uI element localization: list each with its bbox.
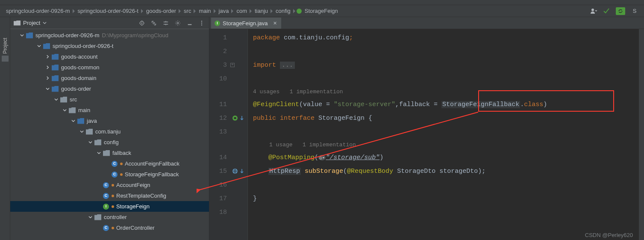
folder-icon <box>60 97 67 103</box>
code-editor[interactable]: 1 2 3+ 10 11 12 13 14 15 16 17 18 <box>209 29 644 240</box>
tree-row[interactable]: CStorageFeignFallback <box>10 169 209 180</box>
tree-row[interactable]: springcloud-order-0926-t <box>10 41 209 51</box>
bc-item[interactable]: tianju <box>253 8 270 14</box>
tree-label: controller <box>104 214 126 220</box>
folded-code[interactable]: ... <box>280 62 295 69</box>
tree-row[interactable]: com.tianju <box>10 126 209 137</box>
chevron-down-icon[interactable] <box>70 118 76 124</box>
tree-row[interactable]: CAccountFeign <box>10 180 209 190</box>
chevron-down-icon[interactable] <box>62 107 68 113</box>
bc-item[interactable]: src <box>182 8 193 14</box>
chevron-right-icon <box>271 9 273 13</box>
package-icon <box>103 150 110 156</box>
breadcrumb: springcloud-order-0926-m springcloud-ord… <box>0 5 644 17</box>
tree-row[interactable]: CAccountFeignFallback <box>10 158 209 169</box>
code-body[interactable]: package com.tianju.config; import ... 4 … <box>248 29 644 240</box>
fold-icon[interactable]: + <box>230 63 235 67</box>
project-tool-rail[interactable]: Project <box>0 17 10 240</box>
interface-icon: I <box>103 204 109 210</box>
tree-row[interactable]: java <box>10 116 209 126</box>
tree-label: java <box>87 118 97 124</box>
modified-dot-icon <box>112 195 114 197</box>
project-tree[interactable]: springcloud-order-0926-m D:\Myprogram\sp… <box>10 29 209 240</box>
tree-row[interactable]: CRestTemplateConfig <box>10 190 209 201</box>
tree-row[interactable]: goods-common <box>10 62 209 73</box>
bc-item[interactable]: config <box>274 8 292 14</box>
expand-icon[interactable] <box>150 19 158 27</box>
tree-row[interactable]: src <box>10 94 209 105</box>
module-icon <box>52 75 59 81</box>
tree-label: config <box>104 139 119 145</box>
package-icon <box>86 129 93 135</box>
tree-row[interactable]: main <box>10 105 209 116</box>
class-icon: C <box>103 193 109 199</box>
chevron-right-icon[interactable] <box>44 65 50 71</box>
modified-dot-icon <box>120 163 123 165</box>
chevron-down-icon[interactable] <box>44 86 50 92</box>
user-dropdown-icon[interactable] <box>590 8 597 15</box>
tree-label: StorageFeign <box>116 203 150 210</box>
bc-item[interactable]: java <box>217 8 231 14</box>
target-icon[interactable] <box>138 19 146 27</box>
chevron-right-icon <box>141 9 144 13</box>
gear-icon[interactable] <box>174 19 182 27</box>
tree-row[interactable]: config <box>10 137 209 148</box>
svg-point-8 <box>201 24 202 25</box>
sync-icon[interactable] <box>616 7 625 15</box>
chevron-right-icon <box>293 9 296 13</box>
bc-item[interactable]: springcloud-order-0926-t <box>76 8 140 14</box>
chevron-down-icon[interactable] <box>96 150 102 156</box>
checkmark-icon[interactable] <box>603 8 610 15</box>
spring-bean-icon[interactable] <box>232 115 245 121</box>
tree-row[interactable]: goods-order <box>10 83 209 94</box>
tree-label: springcloud-order-0926-m <box>35 32 100 39</box>
mapping-inline-icon[interactable]: ◎▾ <box>318 155 326 160</box>
bc-item[interactable]: com <box>235 8 249 14</box>
editor-tabs[interactable]: I StorageFeign.java ✕ <box>209 17 644 29</box>
tree-label: main <box>78 107 90 113</box>
chevron-down-icon[interactable] <box>36 43 42 49</box>
bc-item[interactable]: StorageFeign <box>303 8 340 14</box>
tree-row[interactable]: fallback <box>10 148 209 158</box>
chevron-right-icon <box>214 9 216 13</box>
tree-row[interactable]: IStorageFeign <box>10 201 209 212</box>
scrollbar[interactable] <box>639 29 644 240</box>
more-vert-icon[interactable] <box>198 19 206 27</box>
bc-item[interactable]: goods-order <box>144 8 178 14</box>
svg-rect-3 <box>153 22 155 24</box>
collapse-icon[interactable] <box>162 19 170 27</box>
project-title[interactable]: Project <box>23 20 40 26</box>
close-icon[interactable]: ✕ <box>273 21 277 26</box>
tab-storagefeign[interactable]: I StorageFeign.java ✕ <box>211 18 281 29</box>
bc-item[interactable]: springcloud-order-0926-m <box>4 8 72 14</box>
tree-label: RestTemplateConfig <box>116 193 166 199</box>
chevron-right-icon[interactable] <box>44 54 50 60</box>
tree-row[interactable]: COrderController <box>10 222 209 233</box>
tree-label: OrderController <box>116 225 155 231</box>
chevron-down-icon[interactable] <box>53 97 59 103</box>
chevron-down-icon[interactable] <box>43 20 47 26</box>
chevron-down-icon[interactable] <box>79 129 85 135</box>
folder-icon <box>14 21 21 26</box>
chevron-right-icon[interactable] <box>44 75 50 81</box>
tree-row[interactable]: goods-account <box>10 51 209 62</box>
tree-label: StorageFeignFallback <box>125 171 179 178</box>
bc-item[interactable]: main <box>197 8 212 14</box>
chevron-down-icon[interactable] <box>87 139 93 145</box>
tree-row[interactable]: controller <box>10 212 209 222</box>
svg-point-2 <box>141 22 143 24</box>
rail-label: Project <box>2 38 8 53</box>
more-icon[interactable]: S <box>631 8 638 15</box>
watermark: CSDN @Perley620 <box>585 232 633 238</box>
editor-area: I StorageFeign.java ✕ 1 2 3+ 10 11 12 13… <box>209 17 644 240</box>
tree-label: goods-common <box>61 64 100 71</box>
tree-row[interactable]: goods-domain <box>10 73 209 83</box>
svg-point-7 <box>201 22 202 23</box>
interface-icon <box>297 9 302 14</box>
web-mapping-icon[interactable] <box>232 168 245 174</box>
chevron-down-icon[interactable] <box>19 33 25 39</box>
chevron-down-icon[interactable] <box>87 214 93 220</box>
package-icon <box>94 214 101 220</box>
tree-row[interactable]: springcloud-order-0926-m D:\Myprogram\sp… <box>10 30 209 41</box>
minimize-icon[interactable] <box>186 19 194 27</box>
